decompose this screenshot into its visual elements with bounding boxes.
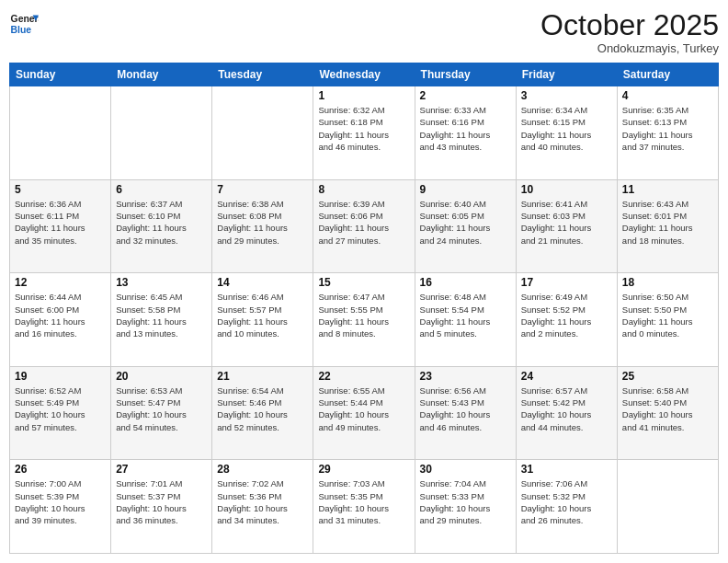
calendar-day-header: Thursday — [415, 63, 516, 86]
calendar-day-header: Friday — [516, 63, 617, 86]
calendar-week-row: 19Sunrise: 6:52 AM Sunset: 5:49 PM Dayli… — [10, 366, 719, 460]
day-number: 14 — [217, 276, 308, 289]
day-number: 1 — [318, 89, 409, 102]
page: General Blue October 2025 Ondokuzmayis, … — [0, 0, 728, 563]
day-info: Sunrise: 6:57 AM Sunset: 5:42 PM Dayligh… — [521, 385, 612, 433]
calendar-day-cell: 26Sunrise: 7:00 AM Sunset: 5:39 PM Dayli… — [10, 460, 111, 554]
calendar-day-cell: 23Sunrise: 6:56 AM Sunset: 5:43 PM Dayli… — [415, 366, 516, 460]
day-info: Sunrise: 6:36 AM Sunset: 6:11 PM Dayligh… — [15, 198, 106, 247]
day-number: 16 — [420, 276, 511, 289]
calendar-header-row: SundayMondayTuesdayWednesdayThursdayFrid… — [10, 63, 719, 86]
day-info: Sunrise: 6:43 AM Sunset: 6:01 PM Dayligh… — [622, 198, 713, 247]
calendar-day-cell: 25Sunrise: 6:58 AM Sunset: 5:40 PM Dayli… — [617, 366, 718, 460]
calendar-week-row: 26Sunrise: 7:00 AM Sunset: 5:39 PM Dayli… — [10, 460, 719, 554]
day-info: Sunrise: 6:44 AM Sunset: 6:00 PM Dayligh… — [15, 291, 106, 339]
header: General Blue October 2025 Ondokuzmayis, … — [9, 9, 719, 55]
calendar-day-cell: 24Sunrise: 6:57 AM Sunset: 5:42 PM Dayli… — [516, 366, 617, 460]
calendar-day-cell — [617, 460, 718, 554]
calendar-day-header: Wednesday — [313, 63, 415, 86]
calendar-day-cell: 29Sunrise: 7:03 AM Sunset: 5:35 PM Dayli… — [313, 460, 415, 554]
calendar-day-cell: 21Sunrise: 6:54 AM Sunset: 5:46 PM Dayli… — [212, 366, 313, 460]
day-number: 12 — [15, 276, 106, 289]
calendar-day-cell — [212, 86, 313, 180]
logo-icon: General Blue — [9, 9, 39, 39]
calendar-day-cell: 1Sunrise: 6:32 AM Sunset: 6:18 PM Daylig… — [313, 86, 415, 180]
title-area: October 2025 Ondokuzmayis, Turkey — [540, 9, 719, 55]
day-number: 17 — [521, 276, 612, 289]
day-number: 23 — [420, 370, 511, 383]
day-info: Sunrise: 6:41 AM Sunset: 6:03 PM Dayligh… — [521, 198, 612, 247]
day-info: Sunrise: 7:04 AM Sunset: 5:33 PM Dayligh… — [420, 477, 511, 526]
calendar-week-row: 1Sunrise: 6:32 AM Sunset: 6:18 PM Daylig… — [10, 86, 719, 180]
calendar-day-cell: 22Sunrise: 6:55 AM Sunset: 5:44 PM Dayli… — [313, 366, 415, 460]
calendar-day-header: Monday — [111, 63, 212, 86]
day-info: Sunrise: 6:49 AM Sunset: 5:52 PM Dayligh… — [521, 291, 612, 339]
calendar-day-header: Sunday — [10, 63, 111, 86]
day-info: Sunrise: 6:32 AM Sunset: 6:18 PM Dayligh… — [318, 104, 409, 153]
calendar-day-cell: 31Sunrise: 7:06 AM Sunset: 5:32 PM Dayli… — [516, 460, 617, 554]
calendar-day-cell: 18Sunrise: 6:50 AM Sunset: 5:50 PM Dayli… — [617, 273, 718, 367]
calendar-day-cell: 13Sunrise: 6:45 AM Sunset: 5:58 PM Dayli… — [111, 273, 212, 367]
day-number: 10 — [521, 183, 612, 196]
day-info: Sunrise: 6:58 AM Sunset: 5:40 PM Dayligh… — [622, 385, 713, 433]
day-info: Sunrise: 7:00 AM Sunset: 5:39 PM Dayligh… — [15, 477, 106, 526]
day-number: 25 — [622, 370, 713, 383]
calendar-week-row: 5Sunrise: 6:36 AM Sunset: 6:11 PM Daylig… — [10, 179, 719, 273]
day-info: Sunrise: 6:46 AM Sunset: 5:57 PM Dayligh… — [217, 291, 308, 339]
calendar-day-cell: 4Sunrise: 6:35 AM Sunset: 6:13 PM Daylig… — [617, 86, 718, 180]
day-number: 31 — [521, 463, 612, 476]
calendar-day-cell: 14Sunrise: 6:46 AM Sunset: 5:57 PM Dayli… — [212, 273, 313, 367]
day-info: Sunrise: 6:52 AM Sunset: 5:49 PM Dayligh… — [15, 385, 106, 433]
location-subtitle: Ondokuzmayis, Turkey — [540, 41, 719, 55]
day-number: 9 — [420, 183, 511, 196]
calendar-day-header: Tuesday — [212, 63, 313, 86]
day-info: Sunrise: 7:02 AM Sunset: 5:36 PM Dayligh… — [217, 477, 308, 526]
day-info: Sunrise: 6:54 AM Sunset: 5:46 PM Dayligh… — [217, 385, 308, 433]
day-number: 27 — [116, 463, 207, 476]
day-number: 29 — [318, 463, 409, 476]
calendar-day-cell: 30Sunrise: 7:04 AM Sunset: 5:33 PM Dayli… — [415, 460, 516, 554]
calendar-week-row: 12Sunrise: 6:44 AM Sunset: 6:00 PM Dayli… — [10, 273, 719, 367]
day-info: Sunrise: 6:40 AM Sunset: 6:05 PM Dayligh… — [420, 198, 511, 247]
day-number: 24 — [521, 370, 612, 383]
day-number: 3 — [521, 89, 612, 102]
day-info: Sunrise: 7:03 AM Sunset: 5:35 PM Dayligh… — [318, 477, 409, 526]
calendar-day-cell: 2Sunrise: 6:33 AM Sunset: 6:16 PM Daylig… — [415, 86, 516, 180]
day-info: Sunrise: 6:48 AM Sunset: 5:54 PM Dayligh… — [420, 291, 511, 339]
day-number: 4 — [622, 89, 713, 102]
day-number: 13 — [116, 276, 207, 289]
calendar-day-cell: 17Sunrise: 6:49 AM Sunset: 5:52 PM Dayli… — [516, 273, 617, 367]
calendar-day-cell: 15Sunrise: 6:47 AM Sunset: 5:55 PM Dayli… — [313, 273, 415, 367]
calendar-day-cell: 7Sunrise: 6:38 AM Sunset: 6:08 PM Daylig… — [212, 179, 313, 273]
day-info: Sunrise: 6:38 AM Sunset: 6:08 PM Dayligh… — [217, 198, 308, 247]
day-number: 2 — [420, 89, 511, 102]
day-number: 21 — [217, 370, 308, 383]
day-info: Sunrise: 6:35 AM Sunset: 6:13 PM Dayligh… — [622, 104, 713, 153]
calendar-day-cell — [10, 86, 111, 180]
day-number: 15 — [318, 276, 409, 289]
day-info: Sunrise: 6:37 AM Sunset: 6:10 PM Dayligh… — [116, 198, 207, 247]
day-number: 26 — [15, 463, 106, 476]
calendar-day-cell: 16Sunrise: 6:48 AM Sunset: 5:54 PM Dayli… — [415, 273, 516, 367]
day-number: 30 — [420, 463, 511, 476]
calendar-day-cell: 10Sunrise: 6:41 AM Sunset: 6:03 PM Dayli… — [516, 179, 617, 273]
calendar-day-cell: 11Sunrise: 6:43 AM Sunset: 6:01 PM Dayli… — [617, 179, 718, 273]
calendar-day-cell — [111, 86, 212, 180]
calendar-day-cell: 20Sunrise: 6:53 AM Sunset: 5:47 PM Dayli… — [111, 366, 212, 460]
day-number: 6 — [116, 183, 207, 196]
day-info: Sunrise: 7:01 AM Sunset: 5:37 PM Dayligh… — [116, 477, 207, 526]
day-number: 18 — [622, 276, 713, 289]
day-info: Sunrise: 6:50 AM Sunset: 5:50 PM Dayligh… — [622, 291, 713, 339]
day-number: 22 — [318, 370, 409, 383]
day-number: 5 — [15, 183, 106, 196]
logo: General Blue — [9, 9, 39, 39]
day-info: Sunrise: 6:39 AM Sunset: 6:06 PM Dayligh… — [318, 198, 409, 247]
day-info: Sunrise: 6:47 AM Sunset: 5:55 PM Dayligh… — [318, 291, 409, 339]
calendar-day-cell: 5Sunrise: 6:36 AM Sunset: 6:11 PM Daylig… — [10, 179, 111, 273]
day-info: Sunrise: 6:56 AM Sunset: 5:43 PM Dayligh… — [420, 385, 511, 433]
calendar-day-cell: 9Sunrise: 6:40 AM Sunset: 6:05 PM Daylig… — [415, 179, 516, 273]
calendar-table: SundayMondayTuesdayWednesdayThursdayFrid… — [9, 63, 719, 554]
calendar-day-header: Saturday — [617, 63, 718, 86]
day-number: 28 — [217, 463, 308, 476]
day-info: Sunrise: 6:55 AM Sunset: 5:44 PM Dayligh… — [318, 385, 409, 433]
